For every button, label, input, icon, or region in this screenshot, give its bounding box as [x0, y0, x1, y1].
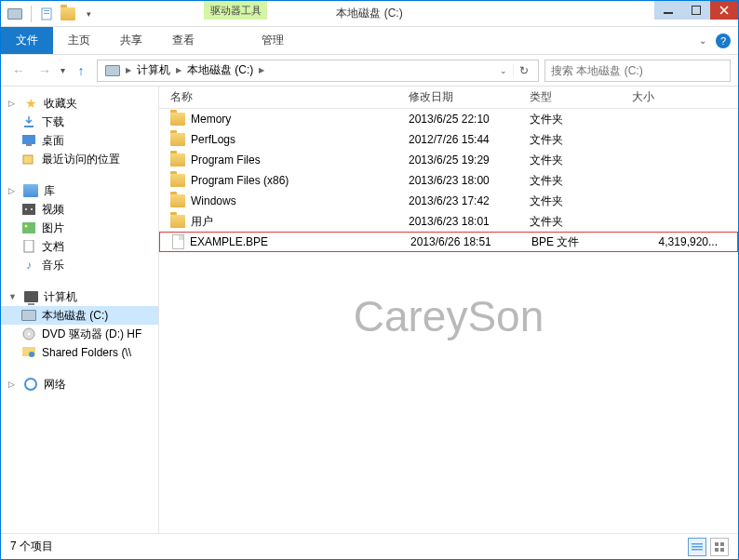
- item-count: 7 个项目: [10, 539, 53, 554]
- svg-rect-4: [692, 6, 701, 15]
- folder-icon: [170, 153, 185, 167]
- nav-computer[interactable]: ▼计算机: [1, 287, 158, 306]
- svg-point-11: [31, 208, 33, 210]
- svg-point-10: [25, 208, 27, 210]
- svg-rect-8: [23, 155, 33, 164]
- minimize-button[interactable]: [654, 1, 682, 20]
- file-size: 4,319,920...: [626, 235, 736, 248]
- forward-button[interactable]: →: [34, 60, 55, 81]
- quick-access-toolbar: ▾: [1, 6, 97, 22]
- folder-row[interactable]: Program Files (x86)2013/6/23 18:00文件夹: [159, 170, 738, 191]
- file-name: EXAMPLE.BPE: [190, 235, 268, 248]
- file-name: Windows: [191, 194, 236, 207]
- nav-recent[interactable]: 最近访问的位置: [1, 150, 158, 168]
- folder-row[interactable]: 用户2013/6/23 18:01文件夹: [159, 211, 738, 232]
- nav-network-group: ▷网络: [1, 375, 158, 393]
- nav-localdisk-c[interactable]: 本地磁盘 (C:): [1, 306, 158, 325]
- svg-rect-12: [22, 222, 35, 233]
- nav-desktop[interactable]: 桌面: [1, 131, 158, 150]
- nav-dvd-drive[interactable]: DVD 驱动器 (D:) HF: [1, 325, 158, 343]
- column-name[interactable]: 名称: [159, 89, 401, 105]
- window-title: 本地磁盘 (C:): [336, 6, 402, 21]
- file-type: 文件夹: [522, 173, 625, 189]
- file-name: Memory: [191, 113, 231, 126]
- maximize-button[interactable]: [682, 1, 710, 20]
- nav-videos[interactable]: 视频: [1, 200, 158, 219]
- breadcrumb-drive-icon[interactable]: [101, 65, 124, 76]
- details-view-button[interactable]: [688, 538, 706, 556]
- breadcrumb-separator[interactable]: ▶: [176, 66, 181, 74]
- file-type: 文件夹: [522, 214, 625, 230]
- help-icon[interactable]: ?: [716, 33, 731, 48]
- content-pane: 名称 修改日期 类型 大小 CareySon Memory2013/6/25 2…: [159, 87, 738, 533]
- breadcrumb-separator[interactable]: ▶: [126, 66, 131, 74]
- nav-pictures[interactable]: 图片: [1, 219, 158, 237]
- tab-view[interactable]: 查看: [157, 27, 209, 54]
- tab-manage[interactable]: 管理: [247, 27, 299, 54]
- svg-rect-23: [720, 542, 724, 546]
- breadcrumb-computer[interactable]: 计算机: [133, 62, 174, 78]
- search-input[interactable]: [551, 64, 724, 77]
- column-type[interactable]: 类型: [522, 89, 625, 105]
- breadcrumb-dropdown-icon[interactable]: ⌄: [496, 66, 511, 75]
- svg-rect-22: [715, 542, 719, 546]
- folder-row[interactable]: Memory2013/6/25 22:10文件夹: [159, 109, 738, 129]
- svg-rect-24: [715, 548, 719, 552]
- nav-favorites[interactable]: ▷★收藏夹: [1, 94, 158, 113]
- column-size[interactable]: 大小: [625, 89, 738, 105]
- network-folder-icon: [21, 345, 36, 360]
- nav-documents[interactable]: 文档: [1, 237, 158, 256]
- file-type: 文件夹: [522, 153, 625, 168]
- refresh-button[interactable]: ↻: [513, 64, 534, 77]
- titlebar: ▾ 驱动器工具 本地磁盘 (C:): [1, 1, 738, 27]
- column-date[interactable]: 修改日期: [401, 89, 522, 105]
- svg-rect-3: [664, 12, 673, 14]
- file-name: PerfLogs: [191, 133, 235, 146]
- file-type: 文件夹: [522, 193, 625, 209]
- nav-downloads[interactable]: 下载: [1, 113, 158, 131]
- history-dropdown-icon[interactable]: ▾: [60, 65, 65, 75]
- file-date: 2013/6/25 19:29: [401, 153, 522, 167]
- nav-libraries[interactable]: ▷库: [1, 181, 158, 200]
- computer-icon: [23, 289, 38, 304]
- tab-share[interactable]: 共享: [105, 27, 157, 54]
- breadcrumb-localdisk[interactable]: 本地磁盘 (C:): [183, 62, 257, 78]
- folder-row[interactable]: Windows2013/6/23 17:42文件夹: [159, 191, 738, 211]
- file-date: 2013/6/23 18:01: [401, 215, 522, 228]
- folder-icon: [170, 194, 185, 207]
- search-box[interactable]: [544, 60, 731, 82]
- close-button[interactable]: [710, 1, 738, 20]
- folder-row[interactable]: PerfLogs2012/7/26 15:44文件夹: [159, 129, 738, 150]
- properties-icon[interactable]: [39, 6, 56, 22]
- window-controls: [654, 1, 738, 20]
- svg-rect-19: [692, 543, 703, 545]
- recent-icon: [21, 152, 36, 167]
- address-bar: ← → ▾ ↑ ▶ 计算机 ▶ 本地磁盘 (C:) ▶ ⌄ ↻: [1, 55, 738, 87]
- qat-dropdown-icon[interactable]: ▾: [80, 6, 97, 22]
- file-row[interactable]: EXAMPLE.BPE2013/6/26 18:51BPE 文件4,319,92…: [159, 232, 738, 252]
- folder-row[interactable]: Program Files2013/6/25 19:29文件夹: [159, 150, 738, 170]
- nav-network[interactable]: ▷网络: [1, 375, 158, 393]
- new-folder-icon[interactable]: [60, 6, 76, 22]
- nav-music[interactable]: ♪音乐: [1, 256, 158, 274]
- desktop-icon: [21, 133, 36, 148]
- drive-icon: [21, 308, 36, 323]
- nav-arrows: ← → ▾ ↑: [8, 60, 91, 81]
- dvd-icon: [21, 327, 36, 341]
- svg-rect-7: [26, 144, 32, 146]
- up-button[interactable]: ↑: [71, 60, 91, 81]
- tab-file[interactable]: 文件: [1, 27, 53, 54]
- file-date: 2012/7/26 15:44: [401, 133, 522, 146]
- breadcrumb[interactable]: ▶ 计算机 ▶ 本地磁盘 (C:) ▶ ⌄ ↻: [97, 60, 539, 82]
- separator: [31, 6, 32, 22]
- file-type: BPE 文件: [524, 234, 626, 250]
- file-list[interactable]: CareySon Memory2013/6/25 22:10文件夹PerfLog…: [159, 109, 738, 533]
- tab-home[interactable]: 主页: [53, 27, 105, 54]
- video-icon: [21, 202, 36, 217]
- back-button[interactable]: ←: [8, 60, 29, 81]
- breadcrumb-separator[interactable]: ▶: [259, 66, 264, 74]
- svg-point-13: [25, 225, 28, 228]
- nav-shared-folders[interactable]: Shared Folders (\\: [1, 343, 158, 362]
- icons-view-button[interactable]: [710, 538, 729, 556]
- ribbon-expand-icon[interactable]: ⌄: [699, 35, 706, 46]
